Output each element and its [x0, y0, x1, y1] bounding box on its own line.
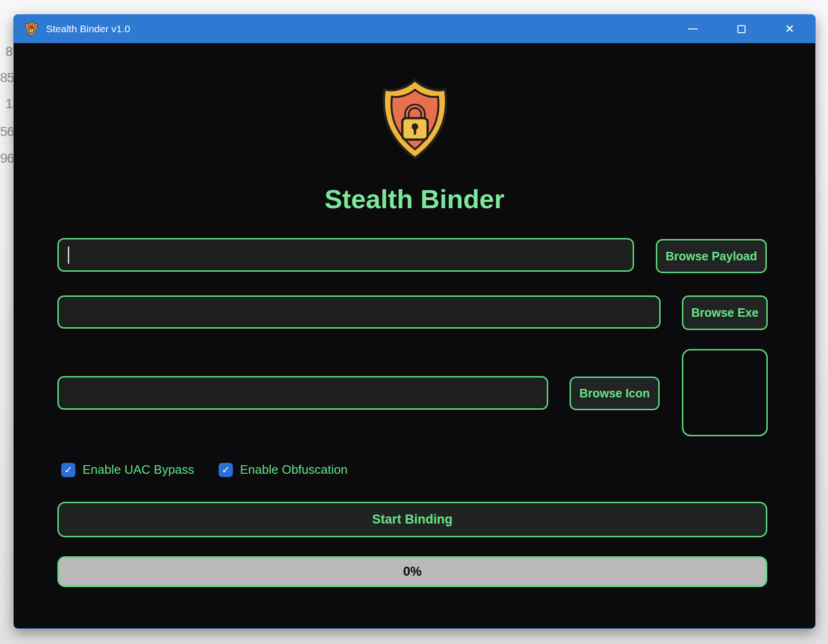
obfuscation-checkbox[interactable]: ✓ Enable Obfuscation [219, 462, 348, 477]
app-window: Stealth Binder v1.0 ✕ Stealth Binder [13, 14, 816, 629]
progress-percentage: 0% [403, 564, 422, 579]
background-edge-number: 1 [0, 96, 12, 111]
icon-preview-box [682, 349, 768, 436]
start-binding-button[interactable]: Start Binding [57, 502, 767, 537]
minimize-icon [688, 28, 698, 30]
checkbox-checked-icon[interactable]: ✓ [219, 463, 233, 477]
checkbox-checked-icon[interactable]: ✓ [61, 463, 75, 477]
text-cursor [68, 247, 69, 264]
browse-icon-button[interactable]: Browse Icon [570, 377, 660, 410]
minimize-button[interactable] [681, 18, 704, 40]
title-bar[interactable]: Stealth Binder v1.0 ✕ [14, 15, 815, 43]
background-edge-number: 56 [0, 124, 12, 139]
maximize-icon [737, 25, 745, 33]
icon-path-input[interactable] [57, 376, 548, 410]
app-title: Stealth Binder [14, 184, 815, 214]
window-controls: ✕ [681, 15, 801, 43]
shield-lock-logo [375, 76, 455, 165]
maximize-button[interactable] [730, 18, 753, 40]
browse-payload-button[interactable]: Browse Payload [656, 239, 767, 273]
check-icon: ✓ [64, 465, 73, 475]
check-icon: ✓ [221, 465, 230, 475]
uac-bypass-checkbox[interactable]: ✓ Enable UAC Bypass [61, 462, 194, 477]
exe-path-input[interactable] [57, 295, 661, 329]
background-edge-number: 96 [0, 151, 12, 166]
desktop-background: 8 85 1 56 96 Stealth Binder v1.0 ✕ [0, 0, 828, 644]
payload-path-input[interactable] [57, 238, 634, 272]
browse-exe-button[interactable]: Browse Exe [682, 295, 768, 330]
obfuscation-label: Enable Obfuscation [240, 462, 348, 477]
close-button[interactable]: ✕ [778, 18, 801, 40]
uac-bypass-label: Enable UAC Bypass [83, 462, 194, 477]
app-shield-icon [24, 21, 38, 37]
background-edge-number: 85 [0, 70, 12, 85]
background-edge-number: 8 [0, 44, 12, 59]
window-title: Stealth Binder v1.0 [46, 23, 130, 35]
progress-bar: 0% [57, 556, 767, 587]
close-icon: ✕ [785, 23, 794, 35]
